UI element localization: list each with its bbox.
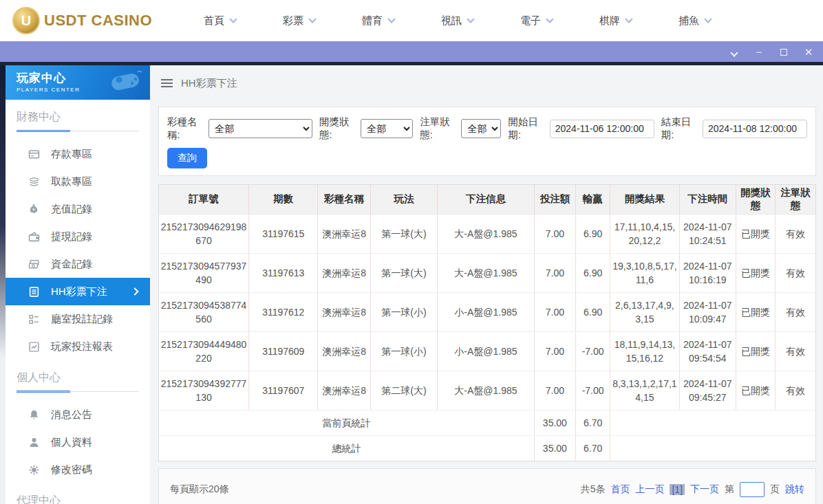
sidebar-item-profile[interactable]: 個人資料 xyxy=(6,428,150,456)
next-page-link[interactable]: 下一页 xyxy=(690,483,719,496)
sidebar-item-label: 玩家投注報表 xyxy=(51,340,113,353)
cell-win-loss: 6.90 xyxy=(576,253,610,292)
summary-bet-total: 35.00 xyxy=(534,435,575,461)
cell-lottery-name: 澳洲幸运8 xyxy=(318,214,370,253)
cell-order-no: 2152173094577937490 xyxy=(159,253,249,292)
draw-status-select[interactable]: 全部 xyxy=(361,119,413,138)
cell-bet-info: 大-A盤@1.985 xyxy=(438,253,535,292)
sidebar-item-withdraw[interactable]: 取款專區 xyxy=(6,168,150,195)
cell-play-type: 第一球(大) xyxy=(370,253,437,292)
order-status-select[interactable]: 全部 xyxy=(461,119,501,138)
chevron-down-icon xyxy=(625,15,632,23)
cell-draw-status: 已開獎 xyxy=(736,331,775,371)
main-nav: 首頁彩票體育視訊電子棋牌捕魚 xyxy=(204,14,711,28)
sidebar-item-label: 取款專區 xyxy=(51,175,92,188)
nav-item-fishing[interactable]: 捕魚 xyxy=(678,14,711,28)
lottery-name-select[interactable]: 全部 xyxy=(209,119,312,138)
profile-icon xyxy=(28,436,40,448)
chevron-right-icon xyxy=(131,287,138,295)
table-row: 215217309457793749031197613澳洲幸运8第一球(大)大-… xyxy=(159,253,815,292)
col-header-bet-time: 下注時間 xyxy=(679,185,736,214)
nav-item-label: 視訊 xyxy=(441,14,462,28)
summary-win-loss-total: 6.70 xyxy=(576,410,610,435)
section-divider xyxy=(17,391,139,393)
sidebar-item-funds-record[interactable]: 資金記錄 xyxy=(6,250,150,278)
window-minimize-icon[interactable]: − xyxy=(754,47,764,57)
sidebar-item-hh-lottery-bets[interactable]: HH彩票下注 xyxy=(6,278,150,305)
section-divider xyxy=(17,130,139,132)
cell-bet-info: 小-A盤@1.985 xyxy=(438,292,535,331)
sidebar-item-change-password[interactable]: 修改密碼 xyxy=(6,456,150,483)
nav-item-label: 捕魚 xyxy=(678,14,699,28)
sidebar-item-hall-bet-record[interactable]: 廳室投註記錄 xyxy=(6,305,150,333)
menu-icon[interactable] xyxy=(161,79,173,87)
cell-draw-result: 19,3,10,8,5,17,11,6 xyxy=(610,253,679,292)
cell-draw-result: 8,3,13,1,2,17,14,15 xyxy=(610,371,679,410)
page-jump-input[interactable] xyxy=(740,482,765,497)
cell-bet-time: 2024-11-07 10:09:47 xyxy=(679,292,736,331)
prev-page-link[interactable]: 上一页 xyxy=(635,483,664,496)
cell-bet-amount: 7.00 xyxy=(534,292,575,331)
sidebar-item-recharge-record[interactable]: 充值記錄 xyxy=(6,195,150,223)
nav-item-label: 電子 xyxy=(520,14,541,28)
cell-bet-amount: 7.00 xyxy=(534,331,575,371)
cell-win-loss: 6.90 xyxy=(576,292,610,331)
cell-lottery-name: 澳洲幸运8 xyxy=(318,292,370,331)
cell-order-status: 有效 xyxy=(776,214,815,253)
cell-period: 31197613 xyxy=(249,253,318,292)
brand-logo[interactable]: U USDT CASINO xyxy=(12,7,171,34)
summary-empty xyxy=(610,435,815,461)
brand-coin-icon: U xyxy=(12,7,40,34)
withdrawal-record-icon xyxy=(28,230,40,243)
cell-win-loss: 6.90 xyxy=(576,214,610,253)
current-page-indicator[interactable]: [1] xyxy=(670,484,685,495)
gamepad-icon xyxy=(107,69,143,94)
col-header-draw-status: 開獎狀態 xyxy=(736,185,775,214)
col-header-order-no: 訂單號 xyxy=(159,185,249,214)
background-accent-left xyxy=(0,65,6,358)
sidebar: 玩家中心 PLAYERS CENTER 財務中心存款專區取款專區充值記錄提現記錄… xyxy=(6,65,150,504)
nav-item-home[interactable]: 首頁 xyxy=(204,14,236,28)
search-button[interactable]: 查詢 xyxy=(167,148,207,168)
bets-table: 訂單號期數彩種名稱玩法下注信息投注額輸贏開獎結果下注時間開獎狀態注單狀態 215… xyxy=(159,185,815,461)
cell-period: 31197612 xyxy=(249,292,318,331)
cell-play-type: 第一球(大) xyxy=(370,214,437,253)
cell-period: 31197607 xyxy=(249,371,318,410)
sidebar-item-withdrawal-record[interactable]: 提現記錄 xyxy=(6,223,150,250)
start-date-label: 開始日期: xyxy=(508,116,546,142)
nav-item-label: 棋牌 xyxy=(599,14,620,28)
nav-item-video[interactable]: 視訊 xyxy=(441,14,473,28)
nav-item-slots[interactable]: 電子 xyxy=(520,14,553,28)
announce-icon xyxy=(28,408,40,421)
page-summary-row: 當前頁統計35.006.70 xyxy=(159,410,815,435)
window-dropdown-icon[interactable] xyxy=(729,47,739,57)
col-header-order-status: 注單狀態 xyxy=(776,185,815,214)
brand-name: USDT CASINO xyxy=(44,12,152,30)
end-date-input[interactable] xyxy=(703,120,807,138)
chevron-down-icon xyxy=(308,15,316,23)
per-page-label: 每頁顯示20條 xyxy=(170,483,229,496)
order-status-label: 注單狀態: xyxy=(420,116,458,142)
cell-lottery-name: 澳洲幸运8 xyxy=(318,253,370,292)
nav-item-board-games[interactable]: 棋牌 xyxy=(599,14,632,28)
table-row: 215217309462919867031197615澳洲幸运8第一球(大)大-… xyxy=(159,214,815,253)
nav-item-sports[interactable]: 體育 xyxy=(362,14,394,28)
sidebar-item-player-bet-report[interactable]: 玩家投注報表 xyxy=(6,333,150,360)
nav-item-lottery[interactable]: 彩票 xyxy=(283,14,315,28)
cell-order-status: 有效 xyxy=(776,292,815,331)
jump-link[interactable]: 跳转 xyxy=(785,483,804,496)
breadcrumb: HH彩票下注 xyxy=(150,65,823,101)
cell-draw-result: 17,11,10,4,15,20,12,2 xyxy=(610,214,679,253)
cell-order-status: 有效 xyxy=(776,331,815,371)
chevron-down-icon xyxy=(704,15,712,23)
total-count-label: 共5条 xyxy=(581,483,606,496)
sidebar-item-deposit[interactable]: 存款專區 xyxy=(6,140,150,168)
window-close-icon[interactable]: ✕ xyxy=(804,47,813,57)
sidebar-item-announcements[interactable]: 消息公告 xyxy=(6,401,150,428)
window-maximize-icon[interactable] xyxy=(779,47,789,57)
col-header-draw-result: 開獎結果 xyxy=(610,185,679,214)
cell-bet-time: 2024-11-07 09:54:54 xyxy=(679,331,736,371)
first-page-link[interactable]: 首页 xyxy=(610,483,630,496)
sidebar-header: 玩家中心 PLAYERS CENTER xyxy=(6,65,150,100)
start-date-input[interactable] xyxy=(550,120,654,138)
